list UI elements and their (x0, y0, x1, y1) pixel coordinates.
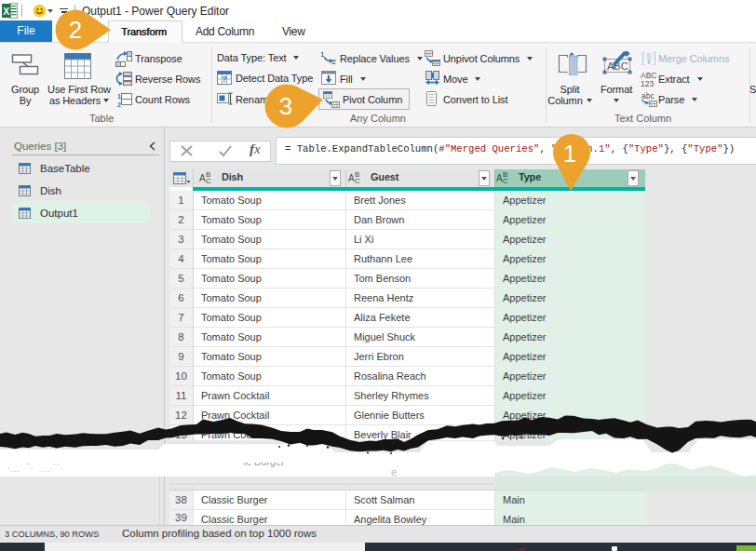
svg-text:3: 3 (279, 92, 292, 120)
svg-text:2: 2 (69, 16, 82, 44)
svg-text:1: 1 (563, 140, 576, 168)
